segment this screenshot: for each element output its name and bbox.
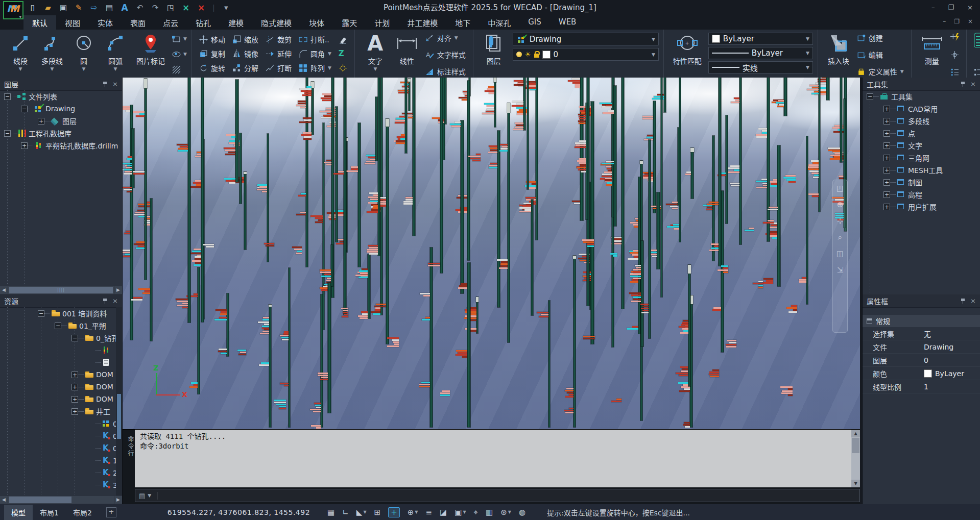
insert-block-button[interactable]: 插入块 <box>823 31 854 66</box>
contour-lines-button[interactable] <box>971 33 980 48</box>
tab-钻孔[interactable]: 钻孔 <box>187 15 220 30</box>
close-panel-icon[interactable]: × <box>970 298 976 304</box>
isolate-objects-icon[interactable]: ◍ <box>519 508 525 517</box>
tree-item-工具集[interactable]: −工具集 <box>863 90 980 103</box>
tree-item-工程孔数据库[interactable]: −工程孔数据库 <box>0 127 122 139</box>
layer-on-bulb-icon[interactable] <box>516 52 522 57</box>
property-row-线型比例[interactable]: 线型比例1 <box>863 380 980 393</box>
hatch-tool-button[interactable] <box>172 63 187 76</box>
linetype-select[interactable]: 实线 ▼ <box>708 61 813 73</box>
tab-GIS[interactable]: GIS <box>519 15 550 30</box>
save-as-icon[interactable]: ✎ <box>75 0 83 15</box>
object-snap-icon[interactable]: ⊞ <box>374 508 381 517</box>
minimize-button[interactable]: – <box>931 0 935 15</box>
scrollbar-thumb[interactable] <box>852 438 859 453</box>
layout-tab-模型[interactable]: 模型 <box>4 505 33 520</box>
arc-button[interactable]: 圆弧▼ <box>100 31 131 71</box>
tree-item[interactable] <box>0 344 116 356</box>
tree-item-02_钻孔[interactable]: 02_钻孔 <box>0 442 116 454</box>
settings-gear-icon[interactable]: ⊛▼ <box>500 508 511 517</box>
expand-icon[interactable]: + <box>883 167 890 174</box>
layers-hscrollbar[interactable]: ◀ |||| ▶ <box>0 286 122 294</box>
block-create-button[interactable]: 创建 <box>854 33 906 43</box>
layer-thaw-sun-icon[interactable]: ☀ <box>525 51 531 58</box>
scrollbar-thumb[interactable]: |||| <box>9 287 113 293</box>
tab-地下[interactable]: 地下 <box>446 15 479 30</box>
doc-close-button[interactable]: × <box>968 18 973 25</box>
viewport[interactable]: ◰⊕⊹⌕◫⇲ Z X <box>123 78 860 429</box>
new-file-icon[interactable]: ▯ <box>29 0 37 15</box>
line-button[interactable]: 线段▼ <box>5 31 36 71</box>
break-at-point-button[interactable]: 打断.. <box>296 32 334 46</box>
tab-WEB[interactable]: WEB <box>550 15 585 30</box>
rectangle-tool-button[interactable]: ▼ <box>172 33 187 45</box>
expand-icon[interactable]: + <box>883 118 890 125</box>
property-row-颜色[interactable]: 颜色ByLayer <box>863 367 980 380</box>
properties-section-general[interactable]: 常规 <box>863 315 980 327</box>
tree-item-井工[interactable]: +井工 <box>0 405 116 417</box>
tree-item-文件列表[interactable]: −文件列表 <box>0 90 122 103</box>
tree-item-DOM[interactable]: +DOM <box>0 368 116 381</box>
print-icon[interactable]: ▤ <box>105 0 113 15</box>
grid-icon[interactable]: ▦ <box>327 508 334 517</box>
tree-item-CAD常用[interactable]: +CAD常用 <box>863 103 980 115</box>
collapse-icon[interactable]: − <box>55 323 61 329</box>
annotation-monitor-icon[interactable]: ▥ <box>486 508 493 517</box>
select-region-icon[interactable]: ◰ <box>836 184 844 192</box>
mirror-button[interactable]: 镜像 <box>230 46 261 61</box>
image-mark-button[interactable]: 图片标记 <box>131 31 170 66</box>
scroll-left-icon[interactable]: ◀ <box>0 286 8 294</box>
pin-icon[interactable] <box>961 298 965 304</box>
transparency-icon[interactable]: ▣▼ <box>455 508 466 517</box>
resources-hscrollbar[interactable]: ◀ ▶ <box>0 496 122 504</box>
expand-icon[interactable]: + <box>883 204 890 210</box>
point-button[interactable] <box>948 51 962 59</box>
command-vscrollbar[interactable]: ▲ ▼ <box>851 430 860 487</box>
expand-icon[interactable]: + <box>883 130 890 137</box>
expand-icon[interactable]: + <box>71 408 78 415</box>
dim-style-button[interactable]: 标注样式 <box>423 66 468 77</box>
tab-井工建模[interactable]: 井工建模 <box>398 15 446 30</box>
rotate-button[interactable]: 旋转 <box>197 61 228 75</box>
property-row-选择集[interactable]: 选择集无 <box>863 327 980 340</box>
selection-cycling-icon[interactable]: ⌖ <box>474 508 478 517</box>
measure-button[interactable]: 测量 <box>916 31 948 66</box>
tree-item-00_钻孔[interactable]: 00_钻孔 <box>0 417 116 430</box>
layer-color-swatch[interactable] <box>542 51 551 59</box>
tree-item-3号钻孔[interactable]: 3号钻孔 <box>0 479 116 491</box>
view-cube-icon[interactable]: ◳ <box>166 0 175 15</box>
tab-实体[interactable]: 实体 <box>89 15 122 30</box>
align-button[interactable]: 对齐▼ <box>423 33 468 43</box>
undo-icon[interactable]: ↶ <box>136 0 144 15</box>
expand-icon[interactable]: + <box>883 191 890 198</box>
layout-tab-布局2[interactable]: 布局2 <box>66 505 99 520</box>
tab-隐式建模[interactable]: 隐式建模 <box>252 15 300 30</box>
scroll-left-icon[interactable]: ◀ <box>0 496 8 504</box>
close-panel-icon[interactable]: × <box>970 81 976 87</box>
circle-button[interactable]: 圆▼ <box>68 31 100 71</box>
resources-vscrollbar[interactable] <box>116 307 122 496</box>
property-row-文件[interactable]: 文件Drawing <box>863 340 980 354</box>
redo-icon[interactable]: ↷ <box>151 0 159 15</box>
break-button[interactable]: 打断 <box>263 61 294 75</box>
tree-item-DOM[interactable]: +DOM <box>0 381 116 393</box>
brand-a-icon[interactable]: A <box>121 0 129 15</box>
expand-icon[interactable]: ⇲ <box>837 266 844 274</box>
pin-icon[interactable] <box>961 81 965 87</box>
app-logo-icon[interactable]: M M ▾ <box>3 1 23 19</box>
command-input[interactable]: ▤ ▼ <box>135 489 860 502</box>
tab-建模[interactable]: 建模 <box>220 15 252 30</box>
tree-item-三角网[interactable]: +三角网 <box>863 152 980 164</box>
expand-icon[interactable]: + <box>883 179 890 186</box>
tree-item-01_平朔[interactable]: −01_平朔 <box>0 319 116 332</box>
copy-button[interactable]: 复制 <box>197 46 228 61</box>
collapse-icon[interactable]: − <box>21 106 28 112</box>
command-prompt-icon[interactable]: ▤ <box>139 492 145 500</box>
drawing-select[interactable]: Drawing ▼ <box>513 33 659 45</box>
view-cube-icon[interactable]: ◫ <box>836 250 844 258</box>
dynamic-input-icon[interactable]: ≡ <box>425 508 432 517</box>
array-button[interactable]: 阵列▼ <box>296 61 334 75</box>
pin-icon[interactable] <box>103 81 107 87</box>
tab-露天[interactable]: 露天 <box>333 15 366 30</box>
scrollbar-thumb[interactable] <box>9 497 71 503</box>
